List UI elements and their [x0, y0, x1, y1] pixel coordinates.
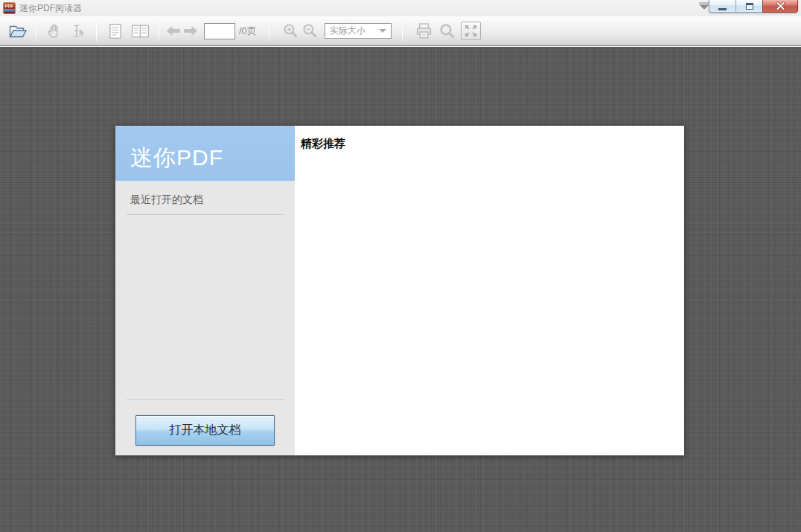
recent-documents-heading: 最近打开的文档 [130, 193, 203, 207]
app-window: PDF 迷你PDF阅读器 [0, 0, 801, 532]
maximize-icon [746, 3, 753, 10]
zoom-in-button[interactable] [282, 22, 299, 39]
close-button[interactable] [762, 0, 798, 13]
hand-tool-button[interactable] [45, 22, 63, 40]
maximize-button[interactable] [735, 0, 762, 13]
next-page-button[interactable] [183, 25, 198, 37]
minimize-button[interactable] [709, 0, 735, 13]
text-select-button[interactable] [69, 22, 87, 40]
previous-page-button[interactable] [166, 25, 181, 37]
close-icon [776, 1, 785, 10]
start-panel: 迷你PDF 最近打开的文档 打开本地文档 精彩推荐 [115, 126, 684, 455]
folder-open-icon [7, 22, 28, 40]
recommend-heading: 精彩推荐 [301, 137, 684, 151]
two-page-icon [130, 22, 150, 40]
pdf-book-label: PDF [4, 4, 15, 9]
titlebar: PDF 迷你PDF阅读器 [0, 0, 801, 16]
back-arrow-icon [166, 25, 181, 37]
open-local-document-button[interactable]: 打开本地文档 [135, 415, 275, 446]
page-total-label: /0页 [239, 25, 257, 38]
minimize-icon [718, 8, 727, 10]
toolbar-separator [96, 22, 97, 41]
fullscreen-button[interactable] [461, 22, 481, 40]
open-file-button[interactable] [7, 22, 28, 40]
two-page-view-button[interactable] [130, 22, 150, 40]
recommend-panel: 精彩推荐 [295, 126, 684, 455]
toolbar-separator [269, 22, 269, 41]
brand-title: 迷你PDF [130, 143, 223, 173]
window-title: 迷你PDF阅读器 [19, 2, 82, 15]
zoom-out-icon [301, 22, 319, 39]
printer-icon [415, 22, 433, 39]
single-page-view-button[interactable] [107, 22, 124, 40]
search-icon [438, 22, 456, 39]
divider [127, 399, 284, 400]
search-button[interactable] [438, 22, 456, 39]
window-controls [709, 0, 798, 13]
zoom-out-button[interactable] [301, 22, 319, 39]
forward-arrow-icon [183, 25, 198, 37]
toolbar-separator [402, 22, 403, 41]
print-button[interactable] [415, 22, 433, 39]
pdf-book-icon: PDF [3, 2, 16, 14]
document-canvas: 迷你PDF 最近打开的文档 打开本地文档 精彩推荐 [0, 47, 801, 532]
text-select-icon [69, 22, 87, 40]
pdf-book-band [4, 9, 15, 12]
toolbar-separator [159, 22, 159, 41]
zoom-in-icon [282, 22, 299, 39]
fullscreen-icon [465, 25, 477, 37]
divider [127, 214, 284, 215]
single-page-icon [107, 22, 124, 40]
zoom-level-value: 实际大小 [330, 25, 366, 37]
start-panel-sidebar: 迷你PDF 最近打开的文档 打开本地文档 [115, 126, 295, 455]
brand-header: 迷你PDF [115, 126, 295, 181]
hand-tool-icon [45, 22, 63, 40]
toolbar: /0页 实际大小 [0, 16, 801, 46]
zoom-level-select[interactable]: 实际大小 [325, 23, 392, 39]
chevron-down-icon [379, 29, 386, 33]
page-number-input[interactable] [204, 23, 235, 39]
toolbar-separator [36, 22, 36, 41]
